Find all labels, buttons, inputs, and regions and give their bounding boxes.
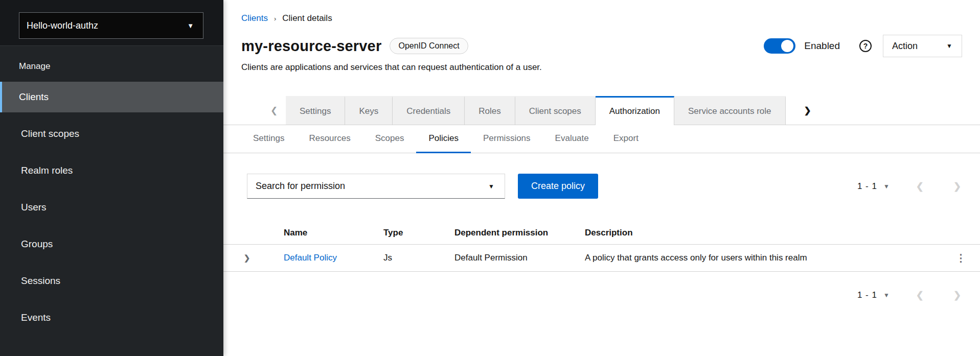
sidebar-realm-section: Hello-world-authz ▼ [0,0,223,46]
table-row: ❯ Default Policy Js Default Permission A… [223,245,980,272]
protocol-badge: OpenID Connect [390,38,468,54]
subtab-resources[interactable]: Resources [297,125,362,153]
header-dependent-permission: Dependent permission [454,228,585,238]
policy-name-link[interactable]: Default Policy [284,253,337,263]
caret-down-icon: ▼ [946,42,952,50]
breadcrumb: Clients › Client details [241,13,962,23]
tab-settings[interactable]: Settings [286,96,345,125]
tabs-scroll-left-button[interactable]: ❮ [262,96,286,125]
header-type: Type [383,228,454,238]
breadcrumb-current: Client details [282,13,332,23]
pagination-bottom: 1 - 1 ▼ ❮ ❯ [857,290,961,301]
authorization-subtabs: Settings Resources Scopes Policies Permi… [223,125,980,153]
page-subtitle: Clients are applications and services th… [241,62,962,73]
title-row: my-resource-server OpenID Connect Enable… [241,35,962,57]
sidebar-item-clients[interactable]: Clients [0,82,223,112]
sidebar: Hello-world-authz ▼ Manage Clients Clien… [0,0,223,356]
client-tabs: ❮ Settings Keys Credentials Roles Client… [223,96,980,125]
enabled-toggle[interactable] [764,38,795,54]
sidebar-item-realm-roles[interactable]: Realm roles [0,155,223,186]
policies-toolbar: Search for permission ▼ Create policy 1 … [223,153,980,199]
sidebar-item-sessions[interactable]: Sessions [0,266,223,296]
caret-down-icon: ▼ [488,183,494,190]
header-name: Name [284,228,383,238]
sidebar-item-events[interactable]: Events [0,302,223,333]
app-window: Hello-world-authz ▼ Manage Clients Clien… [0,0,980,356]
realm-selector-dropdown[interactable]: Hello-world-authz ▼ [19,12,203,39]
action-label: Action [892,41,918,52]
caret-down-icon: ▼ [187,22,194,30]
main-content: Clients › Client details my-resource-ser… [223,0,980,356]
page-title: my-resource-server [241,38,381,55]
pagination-bottom-wrap: 1 - 1 ▼ ❮ ❯ [223,272,980,301]
policy-description-cell: A policy that grants access only for use… [585,253,942,263]
subtab-settings[interactable]: Settings [241,125,297,153]
header-controls: Enabled ? Action ▼ [764,35,962,57]
sidebar-item-groups[interactable]: Groups [0,229,223,259]
page-header: Clients › Client details my-resource-ser… [223,0,980,73]
pagination-caret-icon[interactable]: ▼ [883,292,890,299]
subtab-scopes[interactable]: Scopes [363,125,417,153]
header-description: Description [585,228,942,238]
chevron-left-icon: ❮ [270,105,278,116]
help-icon[interactable]: ? [859,40,872,52]
policies-table: Name Type Dependent permission Descripti… [223,221,980,272]
tab-keys[interactable]: Keys [345,96,393,125]
tabs-scroll-right-button[interactable]: ❯ [796,96,819,125]
pagination-next-button[interactable]: ❯ [953,181,961,192]
tab-roles[interactable]: Roles [465,96,515,125]
sidebar-item-client-scopes[interactable]: Client scopes [0,118,223,149]
tab-client-scopes[interactable]: Client scopes [515,96,596,125]
action-dropdown-button[interactable]: Action ▼ [883,35,962,57]
subtab-evaluate[interactable]: Evaluate [543,125,601,153]
tab-service-accounts-roles[interactable]: Service accounts role [674,96,786,125]
sidebar-item-users[interactable]: Users [0,192,223,223]
create-policy-button[interactable]: Create policy [518,174,598,199]
pagination-prev-button[interactable]: ❮ [916,290,924,301]
chevron-right-icon: ❯ [804,105,811,116]
pagination-next-button[interactable]: ❯ [953,290,961,301]
pagination-prev-button[interactable]: ❮ [916,181,924,192]
search-permission-select[interactable]: Search for permission ▼ [247,174,505,199]
pagination-top: 1 - 1 ▼ ❮ ❯ [857,181,961,192]
toggle-knob [781,40,793,52]
subtab-export[interactable]: Export [601,125,651,153]
pagination-range: 1 - 1 [857,181,877,192]
policy-dependent-cell: Default Permission [454,253,585,263]
chevron-right-icon: › [274,15,276,22]
realm-name: Hello-world-authz [27,20,98,31]
pagination-range: 1 - 1 [857,290,877,300]
row-kebab-menu-icon[interactable]: ⋮ [956,253,966,263]
pagination-caret-icon[interactable]: ▼ [883,183,890,190]
nav-section-label: Manage [0,46,223,82]
enabled-label: Enabled [804,40,840,52]
subtab-permissions[interactable]: Permissions [471,125,543,153]
tab-authorization[interactable]: Authorization [596,96,674,125]
breadcrumb-clients-link[interactable]: Clients [241,13,268,23]
row-expand-chevron-icon[interactable]: ❯ [238,253,256,263]
tab-credentials[interactable]: Credentials [393,96,465,125]
search-select-value: Search for permission [256,181,345,192]
table-header-row: Name Type Dependent permission Descripti… [223,221,980,245]
subtab-policies[interactable]: Policies [416,125,471,153]
policy-type-cell: Js [383,253,454,263]
